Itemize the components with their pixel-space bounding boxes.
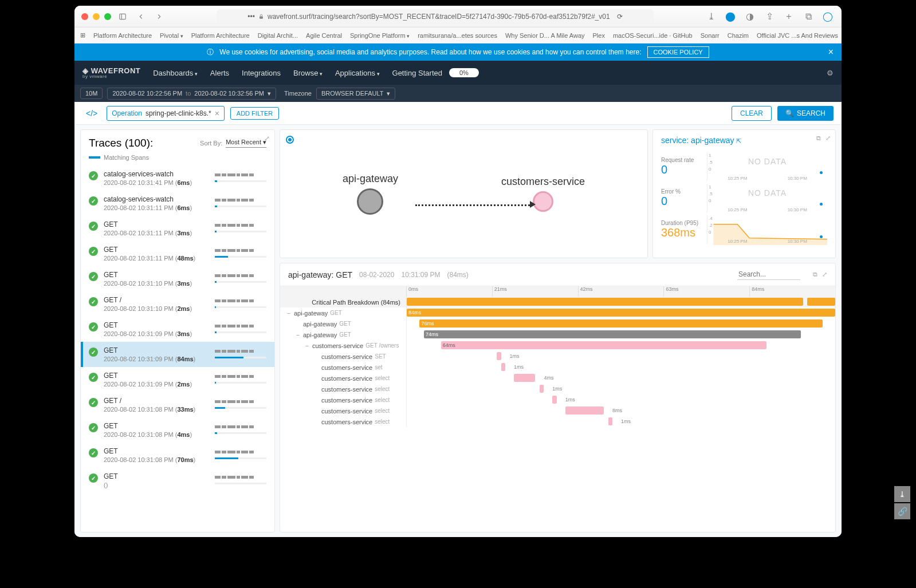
nav-item[interactable]: Applications (335, 69, 380, 77)
bookmark-item[interactable]: Sonarr (701, 32, 720, 39)
bookmark-item[interactable]: Digital Archit... (258, 32, 298, 39)
download-button[interactable]: ⤓ (894, 486, 910, 502)
timezone-select[interactable]: BROWSER DEFAULT▾ (316, 88, 396, 100)
svg-rect-2 (260, 16, 263, 18)
span-row[interactable]: customers-service select 8ms (280, 405, 835, 416)
sort-by-select[interactable]: Sort By: Most Recent ▾ (200, 139, 266, 148)
expand-icon[interactable]: ⤢ (825, 135, 831, 142)
nav-item[interactable]: Browse (293, 69, 323, 77)
cookie-policy-button[interactable]: COOKIE POLICY (647, 46, 709, 58)
span-row[interactable]: –customers-service GET /owners 64ms (280, 340, 835, 351)
span-row[interactable]: customers-service select 1ms (280, 384, 835, 394)
trace-item[interactable]: catalog-services-watch 2020-08-02 10:31:… (81, 165, 274, 191)
span-search-input[interactable] (737, 269, 800, 280)
bookmark-item[interactable]: Platform Architecture (93, 32, 152, 39)
bookmark-item[interactable]: Why Senior D... A Mile Away (505, 32, 585, 39)
trace-item[interactable]: catalog-services-watch 2020-08-02 10:31:… (81, 191, 274, 216)
success-icon (89, 473, 98, 483)
success-icon (89, 322, 98, 332)
trace-item[interactable]: GET 2020-08-02 10:31:09 PM (84ms) (81, 342, 274, 367)
sidebar-toggle-icon[interactable] (116, 10, 129, 23)
filter-chip-operation[interactable]: Operation spring-pet-clinic-k8s.* × (107, 106, 225, 121)
time-range-pill[interactable]: 10M (80, 88, 103, 99)
span-row[interactable]: api-gateway GET 76ms (280, 318, 835, 329)
share-icon[interactable]: ⇪ (762, 10, 776, 23)
site-settings-icon[interactable]: ••• (247, 13, 255, 21)
span-row[interactable]: –api-gateway GET 74ms (280, 329, 835, 340)
minimize-window-icon[interactable] (93, 13, 100, 20)
cookie-banner: ⓘ We use cookies for advertising, social… (74, 44, 842, 61)
url-bar[interactable]: ••• wavefront.surf/tracing/search?sortBy… (217, 9, 654, 24)
span-row[interactable]: customers-service select 4ms (280, 373, 835, 384)
trace-item[interactable]: GET () (81, 468, 274, 493)
expand-icon[interactable]: ⤢ (822, 271, 827, 278)
reload-icon[interactable]: ⟳ (617, 13, 623, 21)
remove-filter-icon[interactable]: × (215, 109, 219, 118)
gear-icon[interactable]: ⚙ (827, 69, 834, 77)
cookie-close-icon[interactable]: × (828, 47, 834, 57)
clear-button[interactable]: CLEAR (732, 106, 772, 121)
shield-icon[interactable]: ◑ (743, 10, 757, 23)
trace-item[interactable]: GET 2020-08-02 10:31:08 PM (4ms) (81, 417, 274, 443)
timezone-label: Timezone (284, 90, 312, 97)
span-row[interactable]: customers-service SET 1ms (280, 351, 835, 362)
service-edge (415, 204, 530, 206)
bookmark-item[interactable]: Plex (593, 32, 605, 39)
extension2-icon[interactable]: ◯ (821, 10, 835, 23)
stats-service-link[interactable]: service: api-gateway (661, 136, 827, 145)
bookmark-item[interactable]: Agile Central (306, 32, 342, 39)
service-node-customers-service[interactable]: customers-service (501, 176, 585, 212)
bookmark-item[interactable]: Chazim (728, 32, 749, 39)
trace-item[interactable]: GET / 2020-08-02 10:31:08 PM (33ms) (81, 392, 274, 417)
trace-item[interactable]: GET 2020-08-02 10:31:11 PM (3ms) (81, 216, 274, 241)
bookmarks-grid-icon[interactable]: ⊞ (80, 31, 85, 39)
bookmark-item[interactable]: Pivotal (160, 32, 183, 39)
search-button[interactable]: 🔍 SEARCH (777, 106, 834, 121)
popout-icon[interactable]: ⧉ (816, 135, 821, 142)
nav-item[interactable]: Getting Started (392, 69, 442, 77)
trace-item[interactable]: GET / 2020-08-02 10:31:10 PM (2ms) (81, 291, 274, 317)
link-button[interactable]: 🔗 (894, 503, 910, 519)
close-window-icon[interactable] (81, 13, 88, 20)
time-range-bar: 10M 2020-08-02 10:22:56 PM to 2020-08-02… (74, 85, 842, 102)
service-node-api-gateway[interactable]: api-gateway (343, 173, 398, 215)
bookmark-item[interactable]: SpringOne Platform (350, 32, 410, 39)
url-text: wavefront.surf/tracing/search?sortBy=MOS… (268, 13, 610, 21)
bookmark-item[interactable]: Platform Architecture (191, 32, 250, 39)
progress-pill: 0% (449, 68, 479, 77)
trace-item[interactable]: GET 2020-08-02 10:31:11 PM (48ms) (81, 241, 274, 266)
span-row[interactable]: –api-gateway GET 84ms (280, 307, 835, 318)
new-tab-icon[interactable]: + (782, 10, 796, 23)
span-row[interactable]: customers-service set 1ms (280, 362, 835, 373)
expand-icon[interactable]: ⤢ (264, 135, 270, 143)
nav-item[interactable]: Dashboards (153, 69, 198, 77)
trace-item[interactable]: GET 2020-08-02 10:31:09 PM (2ms) (81, 367, 274, 392)
traces-title: Traces (100): (89, 137, 153, 149)
success-icon (89, 423, 98, 432)
window-controls[interactable] (81, 13, 111, 20)
trace-item[interactable]: GET 2020-08-02 10:31:10 PM (3ms) (81, 266, 274, 291)
bookmark-item[interactable]: Official JVC ...s And Reviews (757, 32, 838, 39)
extension-icon[interactable]: ⬤ (724, 10, 737, 23)
forward-icon[interactable] (152, 10, 166, 23)
app-nav: ◈ WAVEFRONTby vmware DashboardsAlertsInt… (74, 61, 842, 85)
add-filter-button[interactable]: ADD FILTER (230, 107, 279, 120)
trace-item[interactable]: GET 2020-08-02 10:31:08 PM (70ms) (81, 443, 274, 468)
wavefront-logo[interactable]: ◈ WAVEFRONTby vmware (82, 67, 140, 79)
bookmark-item[interactable]: macOS-Securi...ide · GitHub (613, 32, 693, 39)
bookmark-item[interactable]: ramitsurana/a...etes sources (418, 32, 497, 39)
nav-item[interactable]: Integrations (242, 69, 281, 77)
maximize-window-icon[interactable] (104, 13, 111, 20)
tabs-icon[interactable]: ⧉ (801, 10, 815, 23)
code-icon[interactable]: </> (82, 109, 101, 118)
back-icon[interactable] (134, 10, 148, 23)
nav-item[interactable]: Alerts (210, 69, 229, 77)
popout-icon[interactable]: ⧉ (813, 271, 817, 278)
lock-icon (258, 14, 264, 19)
download-icon[interactable]: ⤓ (704, 10, 718, 23)
span-row[interactable]: customers-service select 1ms (280, 394, 835, 405)
time-range-dates[interactable]: 2020-08-02 10:22:56 PM to 2020-08-02 10:… (107, 88, 276, 100)
service-map-panel: api-gateway customers-service (280, 129, 648, 258)
trace-item[interactable]: GET 2020-08-02 10:31:09 PM (3ms) (81, 317, 274, 342)
span-row[interactable]: customers-service select 1ms (280, 416, 835, 427)
